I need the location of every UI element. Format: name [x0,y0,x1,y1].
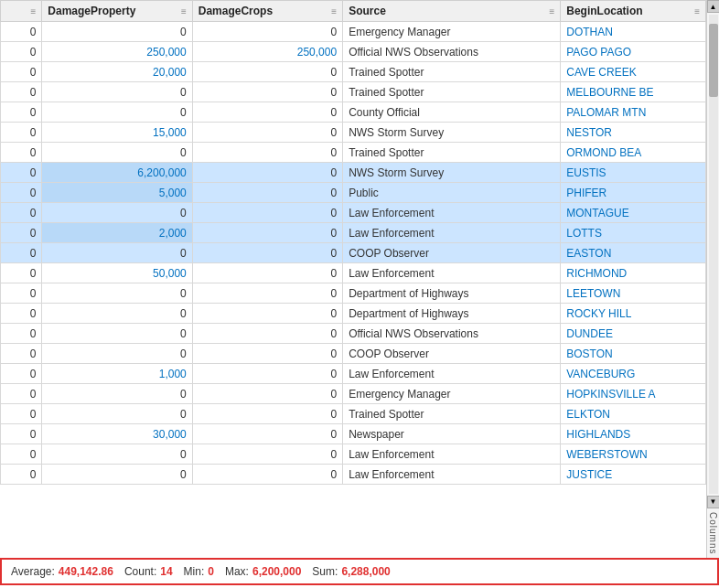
cell-source: Law Enforcement [343,223,561,243]
cell-damage-crops: 0 [192,203,342,223]
cell-rownum: 0 [1,163,42,183]
cell-damage-crops: 0 [192,223,342,243]
table-row[interactable]: 000COOP ObserverEASTON [1,243,706,263]
cell-source: COOP Observer [343,243,561,263]
cell-source: Official NWS Observations [343,324,561,344]
cell-damage-property: 0 [42,102,192,123]
table-row[interactable]: 050,0000Law EnforcementRICHMOND [1,263,706,283]
cell-damage-crops: 0 [192,82,342,102]
count-label: Count: [124,565,156,578]
cell-begin-location: PALOMAR MTN [561,102,706,123]
cell-source: NWS Storm Survey [343,123,561,143]
table-row[interactable]: 06,200,0000NWS Storm SurveyEUSTIS [1,163,706,183]
table-row[interactable]: 030,0000NewspaperHIGHLANDS [1,424,706,444]
sort-icon-rownum[interactable]: ≡ [31,6,37,16]
table-row[interactable]: 05,0000PublicPHIFER [1,183,706,203]
sort-icon-damage-property[interactable]: ≡ [181,6,187,16]
sort-icon-source[interactable]: ≡ [549,6,554,16]
cell-begin-location: DUNDEE [561,324,706,344]
cell-damage-crops: 0 [192,123,342,143]
cell-damage-property: 0 [42,143,192,163]
table-row[interactable]: 000Trained SpotterMELBOURNE BE [1,82,706,102]
cell-damage-crops: 0 [192,62,342,82]
table-row[interactable]: 000Emergency ManagerHOPKINSVILLE A [1,384,706,404]
table-row[interactable]: 015,0000NWS Storm SurveyNESTOR [1,123,706,143]
cell-damage-property: 0 [42,444,192,465]
average-value: 449,142.86 [59,565,113,578]
sort-icon-begin-location[interactable]: ≡ [694,6,700,16]
table-row[interactable]: 000Law EnforcementJUSTICE [1,465,706,485]
cell-source: Emergency Manager [343,384,561,404]
table-header: ≡ DamageProperty ≡ DamageCrops [1,1,706,22]
cell-rownum: 0 [1,424,42,444]
side-panel: ▲ ▼ Columns [706,0,719,558]
table-row[interactable]: 02,0000Law EnforcementLOTTS [1,223,706,243]
table-row[interactable]: 000Law EnforcementMONTAGUE [1,203,706,223]
cell-begin-location: HOPKINSVILLE A [561,384,706,404]
cell-rownum: 0 [1,364,42,384]
cell-begin-location: WEBERSTOWN [561,444,706,465]
cell-begin-location: CAVE CREEK [561,62,706,82]
table-row[interactable]: 000Emergency ManagerDOTHAN [1,22,706,42]
table-row[interactable]: 000Department of HighwaysLEETOWN [1,283,706,304]
count-value: 14 [160,565,172,578]
max-label: Max: [225,565,249,578]
table-row[interactable]: 0250,000250,000Official NWS Observations… [1,42,706,62]
table-row[interactable]: 000Official NWS ObservationsDUNDEE [1,324,706,344]
cell-rownum: 0 [1,263,42,283]
sum-value: 6,288,000 [341,565,390,578]
cell-begin-location: VANCEBURG [561,364,706,384]
cell-rownum: 0 [1,82,42,102]
cell-begin-location: ROCKY HILL [561,304,706,324]
cell-begin-location: EASTON [561,243,706,263]
cell-begin-location: PAGO PAGO [561,42,706,62]
scrollbar-track[interactable] [709,15,718,494]
cell-source: Law Enforcement [343,364,561,384]
cell-rownum: 0 [1,465,42,485]
cell-source: Trained Spotter [343,404,561,424]
scroll-up-btn[interactable]: ▲ [707,0,720,13]
average-label: Average: [11,565,55,578]
cell-rownum: 0 [1,42,42,62]
table-row[interactable]: 000Trained SpotterORMOND BEA [1,143,706,163]
cell-damage-crops: 0 [192,283,342,304]
cell-damage-crops: 0 [192,344,342,364]
data-table: ≡ DamageProperty ≡ DamageCrops [0,0,706,485]
table-row[interactable]: 000COOP ObserverBOSTON [1,344,706,364]
sort-icon-damage-crops[interactable]: ≡ [331,6,337,16]
cell-rownum: 0 [1,324,42,344]
table-row[interactable]: 01,0000Law EnforcementVANCEBURG [1,364,706,384]
cell-begin-location: BOSTON [561,344,706,364]
table-row[interactable]: 020,0000Trained SpotterCAVE CREEK [1,62,706,82]
table-scroll-area[interactable]: ≡ DamageProperty ≡ DamageCrops [0,0,706,558]
cell-damage-property: 0 [42,283,192,304]
table-row[interactable]: 000County OfficialPALOMAR MTN [1,102,706,123]
cell-source: Department of Highways [343,283,561,304]
table-row[interactable]: 000Department of HighwaysROCKY HILL [1,304,706,324]
scroll-down-btn[interactable]: ▼ [707,496,720,508]
table-row[interactable]: 000Trained SpotterELKTON [1,404,706,424]
cell-damage-property: 20,000 [42,62,192,82]
table-row[interactable]: 000Law EnforcementWEBERSTOWN [1,444,706,465]
cell-source: Trained Spotter [343,82,561,102]
cell-damage-property: 30,000 [42,424,192,444]
cell-damage-property: 0 [42,304,192,324]
cell-begin-location: HIGHLANDS [561,424,706,444]
main-container: ≡ DamageProperty ≡ DamageCrops [0,0,719,588]
col-header-source: Source ≡ [343,1,561,22]
cell-damage-property: 0 [42,404,192,424]
cell-rownum: 0 [1,404,42,424]
cell-damage-crops: 0 [192,465,342,485]
cell-rownum: 0 [1,243,42,263]
cell-damage-crops: 0 [192,163,342,183]
cell-damage-property: 1,000 [42,364,192,384]
cell-source: Law Enforcement [343,203,561,223]
scrollbar-thumb[interactable] [709,24,718,97]
cell-rownum: 0 [1,344,42,364]
cell-source: COOP Observer [343,344,561,364]
col-header-begin-location: BeginLocation ≡ [561,1,706,22]
col-header-damage-crops: DamageCrops ≡ [192,1,342,22]
cell-rownum: 0 [1,203,42,223]
cell-rownum: 0 [1,384,42,404]
cell-damage-crops: 0 [192,364,342,384]
